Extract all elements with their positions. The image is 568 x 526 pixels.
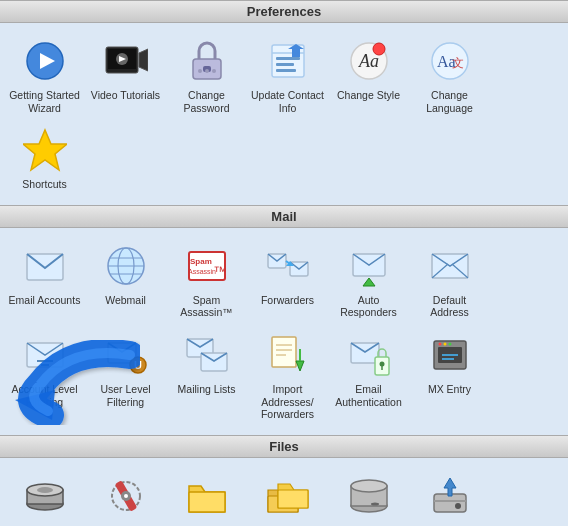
user-level-item[interactable]: U User Level Filtering bbox=[85, 325, 166, 427]
mx-entry-item[interactable]: MX Entry bbox=[409, 325, 490, 427]
svg-rect-14 bbox=[276, 57, 300, 60]
svg-marker-24 bbox=[23, 130, 67, 170]
preferences-grid: Getting Started Wizard Video Tutorials bbox=[0, 23, 568, 205]
forwarders-icon bbox=[264, 242, 312, 290]
password-icon bbox=[183, 37, 231, 85]
legacy-file-manager-item[interactable]: Legacy File Manager bbox=[247, 466, 328, 526]
legacyfilemanager-icon bbox=[264, 472, 312, 520]
mail-header: Mail bbox=[0, 205, 568, 228]
auto-responders-label: Auto Responders bbox=[332, 294, 405, 319]
update-contact-item[interactable]: Update Contact Info bbox=[247, 31, 328, 120]
change-password-label: Change Password bbox=[170, 89, 243, 114]
userfilter-icon: U bbox=[102, 331, 150, 379]
filemanager-icon bbox=[183, 472, 231, 520]
svg-point-84 bbox=[371, 502, 379, 505]
svg-text:™: ™ bbox=[213, 263, 227, 279]
svg-marker-56 bbox=[296, 361, 304, 371]
svg-point-60 bbox=[379, 361, 384, 366]
getting-started-label: Getting Started Wizard bbox=[8, 89, 81, 114]
email-accounts-item[interactable]: Email Accounts bbox=[4, 236, 85, 325]
backups-item[interactable]: Backups bbox=[4, 466, 85, 526]
svg-point-9 bbox=[198, 69, 202, 73]
svg-rect-85 bbox=[434, 494, 466, 512]
email-accounts-label: Email Accounts bbox=[9, 294, 81, 307]
file-manager-item[interactable]: File Manager bbox=[166, 466, 247, 526]
web-disk-item[interactable]: Web Disk bbox=[409, 466, 490, 526]
svg-rect-15 bbox=[276, 63, 294, 66]
svg-point-73 bbox=[37, 487, 53, 493]
import-icon bbox=[264, 331, 312, 379]
svg-rect-52 bbox=[272, 337, 296, 367]
files-header: Files bbox=[0, 435, 568, 458]
mxentry-icon bbox=[426, 331, 474, 379]
email-authentication-label: Email Authentication bbox=[332, 383, 405, 408]
svg-point-20 bbox=[373, 43, 385, 55]
import-addresses-label: Import Addresses/ Forwarders bbox=[251, 383, 324, 421]
svg-point-66 bbox=[448, 342, 451, 345]
email-icon bbox=[21, 242, 69, 290]
language-icon: Aa 文 bbox=[426, 37, 474, 85]
style-icon: Aa bbox=[345, 37, 393, 85]
contact-icon bbox=[264, 37, 312, 85]
change-style-item[interactable]: Aa Change Style bbox=[328, 31, 409, 120]
webmail-icon bbox=[102, 242, 150, 290]
default-address-item[interactable]: Default Address bbox=[409, 236, 490, 325]
emailauth-icon bbox=[345, 331, 393, 379]
svg-rect-86 bbox=[434, 500, 466, 502]
disk-space-usage-item[interactable]: Disk Space Usage bbox=[328, 466, 409, 526]
svg-rect-16 bbox=[276, 69, 296, 72]
svg-text:Assassin: Assassin bbox=[188, 268, 216, 275]
backups-icon bbox=[21, 472, 69, 520]
svg-rect-80 bbox=[278, 490, 308, 508]
svg-marker-40 bbox=[363, 278, 375, 286]
backup-wizard-item[interactable]: Backup Wizard bbox=[85, 466, 166, 526]
mailing-lists-item[interactable]: Mailing Lists bbox=[166, 325, 247, 427]
spam-assassin-label: Spam Assassin™ bbox=[170, 294, 243, 319]
shortcuts-label: Shortcuts bbox=[22, 178, 66, 191]
wizard-icon bbox=[21, 37, 69, 85]
import-addresses-item[interactable]: Import Addresses/ Forwarders bbox=[247, 325, 328, 427]
files-grid: Backups Backup Wizard File Manager bbox=[0, 458, 568, 526]
diskspace-icon bbox=[345, 472, 393, 520]
defaultaddress-icon bbox=[426, 242, 474, 290]
video-icon bbox=[102, 37, 150, 85]
svg-point-10 bbox=[205, 69, 209, 73]
shortcuts-item[interactable]: Shortcuts bbox=[4, 120, 85, 197]
backupwizard-icon bbox=[102, 472, 150, 520]
account-level-filtering-label: Account Level Filtering bbox=[8, 383, 81, 408]
video-tutorials-item[interactable]: Video Tutorials bbox=[85, 31, 166, 120]
update-contact-label: Update Contact Info bbox=[251, 89, 324, 114]
svg-text:Spam: Spam bbox=[190, 257, 212, 266]
svg-text:U: U bbox=[134, 359, 142, 371]
spam-icon: Spam Assassin ™ bbox=[183, 242, 231, 290]
svg-point-87 bbox=[455, 503, 461, 509]
spam-assassin-item[interactable]: Spam Assassin ™ Spam Assassin™ bbox=[166, 236, 247, 325]
forwarders-item[interactable]: Forwarders bbox=[247, 236, 328, 325]
webdisk-icon bbox=[426, 472, 474, 520]
svg-text:文: 文 bbox=[452, 56, 464, 70]
shortcuts-icon bbox=[21, 126, 69, 174]
svg-point-11 bbox=[212, 69, 216, 73]
video-tutorials-label: Video Tutorials bbox=[91, 89, 160, 102]
preferences-header: Preferences bbox=[0, 0, 568, 23]
forwarders-label: Forwarders bbox=[261, 294, 314, 307]
change-language-item[interactable]: Aa 文 Change Language bbox=[409, 31, 490, 120]
auto-responders-item[interactable]: Auto Responders bbox=[328, 236, 409, 325]
mx-entry-label: MX Entry bbox=[428, 383, 471, 396]
svg-marker-4 bbox=[139, 49, 148, 71]
svg-point-64 bbox=[438, 342, 441, 345]
mail-grid: Email Accounts Webmail Spam Assassin ™ S… bbox=[0, 228, 568, 435]
autoresponders-icon bbox=[345, 242, 393, 290]
mailing-lists-label: Mailing Lists bbox=[178, 383, 236, 396]
user-level-label: User Level Filtering bbox=[89, 383, 162, 408]
change-language-label: Change Language bbox=[413, 89, 486, 114]
account-level-filtering-item[interactable]: Account Level Filtering bbox=[4, 325, 85, 427]
default-address-label: Default Address bbox=[413, 294, 486, 319]
webmail-item[interactable]: Webmail bbox=[85, 236, 166, 325]
change-style-label: Change Style bbox=[337, 89, 400, 102]
change-password-item[interactable]: Change Password bbox=[166, 31, 247, 120]
mailinglists-icon bbox=[183, 331, 231, 379]
email-authentication-item[interactable]: Email Authentication bbox=[328, 325, 409, 427]
getting-started-item[interactable]: Getting Started Wizard bbox=[4, 31, 85, 120]
svg-point-65 bbox=[443, 342, 446, 345]
